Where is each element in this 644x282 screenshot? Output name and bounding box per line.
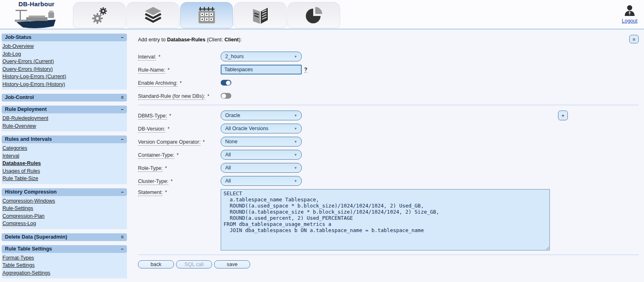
dbms-type-select[interactable]: Oracle ▼ [221, 111, 302, 120]
chevron-down-icon: ▼ [294, 55, 297, 59]
sidebar-item-compression-windows[interactable]: Compression-Windows [2, 197, 55, 205]
section-job-control: Job-Control ≡ [2, 94, 127, 102]
collapse-icon[interactable]: – [121, 35, 124, 40]
tab-reports[interactable] [234, 2, 287, 28]
sidebar-item-compress-log[interactable]: Compress-Log [2, 220, 36, 228]
logout-link[interactable]: Logout [622, 18, 637, 24]
sidebar-item-interval[interactable]: Interval [2, 152, 19, 160]
sidebar-item-query-errors-current[interactable]: Query-Errors (Current) [2, 58, 54, 65]
section-header[interactable]: Rule Deployment – [2, 106, 127, 113]
section-history-compression: History Compression – Compression-Window… [2, 188, 127, 229]
layers-icon [143, 6, 163, 24]
section-rules-and-intervals: Rules and Intervals – Categories Interva… [2, 135, 127, 184]
container-type-select[interactable]: All ▼ [221, 150, 302, 160]
interval-select[interactable]: 2_hours ▼ [221, 52, 302, 61]
back-button[interactable]: back [138, 260, 174, 268]
sidebar-item-categories[interactable]: Categories [2, 144, 27, 152]
plus-icon: + [561, 113, 565, 119]
tab-statistics[interactable] [287, 2, 340, 28]
section-title: Rules and Intervals [5, 136, 52, 142]
section-header[interactable]: Job-Control ≡ [2, 94, 127, 102]
tab-layers[interactable] [127, 2, 179, 28]
section-header[interactable]: Delete Data (Superadmin) ≡ [2, 233, 127, 241]
book-icon [251, 6, 269, 25]
user-area: Logout [622, 5, 637, 24]
collapse-icon[interactable]: – [121, 246, 124, 251]
statement-textarea[interactable]: SELECT a.tablespace_name Tablespace, ROU… [221, 189, 550, 250]
chevron-down-icon: ▼ [294, 127, 297, 131]
sidebar-item-job-overview[interactable]: Job-Overview [2, 43, 34, 50]
collapse-icon[interactable]: – [121, 107, 124, 112]
cluster-type-label: Cluster-Type: * [138, 178, 221, 184]
sidebar-item-job-log[interactable]: Job-Log [2, 50, 21, 58]
sidebar: Job-Status – Job-Overview Job-Log Query-… [2, 29, 127, 281]
sidebar-item-usages-of-rules[interactable]: Usages of Rules [2, 167, 40, 175]
standard-rule-label: Standard-Rule (for new DBs): * [138, 93, 221, 99]
panel-menu-button[interactable]: ≡ [629, 35, 639, 43]
field-enable-archiving: Enable Archiving: * [138, 78, 639, 88]
sidebar-item-query-errors-history[interactable]: Query-Errors (History) [2, 65, 53, 73]
enable-archiving-toggle[interactable] [221, 80, 231, 86]
sidebar-item-format-types[interactable]: Format-Types [2, 254, 34, 262]
menu-icon: ≡ [633, 37, 635, 42]
collapse-icon[interactable]: – [121, 137, 124, 142]
database-rule-form: Interval: * 2_hours ▼ Rule-Name: * ? Ena… [138, 52, 639, 268]
tab-settings[interactable] [73, 2, 126, 28]
toggle-knob [221, 94, 226, 98]
field-db-version: DB-Version: * All Oracle Versions ▼ [138, 124, 639, 133]
sidebar-item-rule-overview[interactable]: Rule-Overview [2, 122, 36, 130]
field-dbms-type: DBMS-Type: * Oracle ▼ + [138, 111, 639, 120]
content-area: Job-Status – Job-Overview Job-Log Query-… [0, 29, 644, 281]
app-logo-text: DB-Harbour [11, 0, 61, 7]
section-header[interactable]: Rules and Intervals – [2, 135, 127, 143]
form-actions: back SQL call save [138, 260, 639, 268]
field-rule-name: Rule-Name: * ? [138, 65, 639, 74]
rule-name-label: Rule-Name: * [138, 67, 221, 73]
section-title: History Compression [5, 189, 56, 195]
harbour-ship-icon [14, 7, 59, 29]
sidebar-item-table-settings[interactable]: Table Settings [2, 262, 35, 269]
container-type-label: Container-Type: * [138, 152, 221, 158]
section-body: Categories Interval Database-Rules Usage… [2, 143, 127, 184]
section-header[interactable]: History Compression – [2, 188, 127, 196]
standard-rule-toggle[interactable] [221, 93, 231, 99]
cluster-type-select[interactable]: All ▼ [221, 176, 302, 186]
main-tabs [73, 2, 340, 28]
rule-name-input[interactable] [221, 65, 302, 74]
save-button[interactable]: save [214, 260, 250, 268]
help-icon[interactable]: ? [304, 67, 307, 73]
section-title: Delete Data (Superadmin) [5, 234, 67, 240]
sidebar-item-history-log-errors-history[interactable]: History-Log-Errors (History) [2, 81, 65, 88]
sidebar-item-db-ruledeployment[interactable]: DB-Ruledeployment [2, 115, 48, 122]
section-delete-data: Delete Data (Superadmin) ≡ [2, 233, 127, 241]
db-version-select[interactable]: All Oracle Versions ▼ [221, 124, 302, 133]
section-header[interactable]: Job-Status – [2, 34, 127, 41]
sidebar-item-rule-table-size[interactable]: Rule Table-Size [2, 175, 38, 183]
section-rule-table-settings: Rule Table Settings – Format-Types Table… [2, 245, 127, 279]
tab-calendar[interactable] [180, 2, 233, 28]
sidebar-item-compression-plan[interactable]: Compression-Plan [2, 212, 45, 220]
pie-chart-icon [304, 6, 324, 25]
sidebar-item-aggregation-settings[interactable]: Aggregation-Settings [2, 269, 50, 277]
section-divider [138, 105, 639, 105]
add-rule-variant-button[interactable]: + [558, 111, 568, 120]
collapse-icon[interactable]: – [121, 190, 124, 194]
sidebar-item-rule-settings[interactable]: Rule-Settings [2, 205, 33, 212]
expand-icon[interactable]: ≡ [121, 235, 124, 239]
statement-label: Statement: * [138, 189, 221, 195]
chevron-down-icon: ▼ [294, 153, 297, 157]
field-interval: Interval: * 2_hours ▼ [138, 52, 639, 61]
sidebar-item-history-log-errors-current[interactable]: History-Log-Errors (Current) [2, 73, 66, 81]
sql-call-button[interactable]: SQL call [176, 260, 212, 268]
version-compare-operator-select[interactable]: None ▼ [221, 137, 302, 147]
expand-icon[interactable]: ≡ [121, 95, 124, 100]
calendar-icon [197, 6, 217, 25]
section-body: Job-Overview Job-Log Query-Errors (Curre… [2, 41, 127, 90]
gears-icon [90, 5, 109, 25]
chevron-down-icon: ▼ [294, 179, 297, 183]
chevron-down-icon: ▼ [294, 114, 297, 117]
version-compare-operator-label: Version Compare Operator: * [138, 139, 221, 145]
role-type-select[interactable]: All ▼ [221, 163, 302, 173]
sidebar-item-database-rules[interactable]: Database-Rules [2, 160, 41, 167]
section-header[interactable]: Rule Table Settings – [2, 245, 127, 253]
